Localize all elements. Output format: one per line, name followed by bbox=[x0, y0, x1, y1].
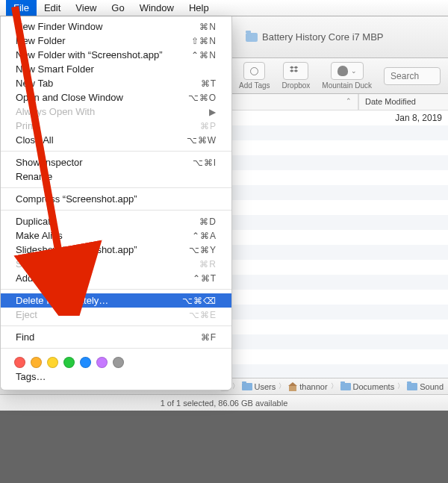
menu-item-shortcut: ⌘D bbox=[199, 216, 217, 227]
menu-item-close-all[interactable]: Close All⌥⌘W bbox=[1, 133, 231, 147]
tag-dot[interactable] bbox=[96, 357, 108, 368]
chevron-right-icon: 〉 bbox=[232, 381, 239, 391]
menu-item-shortcut: ⌥⌘⌫ bbox=[182, 296, 217, 306]
add-tags-label: Add Tags bbox=[239, 81, 270, 90]
menu-separator bbox=[1, 210, 231, 211]
menu-item-shortcut: ⌥⌘E bbox=[189, 310, 217, 320]
path-crumb[interactable]: Documents bbox=[340, 382, 395, 391]
path-crumb[interactable]: Sound bbox=[407, 382, 444, 391]
mountain-duck-label: Mountain Duck bbox=[322, 81, 372, 90]
menu-item-delete-immediately[interactable]: Delete Immediately…⌥⌘⌫ bbox=[1, 293, 231, 308]
menu-item-label: Show Inspector bbox=[16, 157, 193, 168]
chevron-right-icon: 〉 bbox=[331, 381, 337, 391]
menu-window[interactable]: Window bbox=[132, 0, 181, 16]
menu-item-label: Open and Close Window bbox=[16, 92, 188, 103]
tag-color-row bbox=[1, 352, 231, 370]
duck-icon bbox=[337, 66, 348, 76]
status-bar: 1 of 1 selected, 86.06 GB available bbox=[0, 394, 448, 411]
dropbox-icon bbox=[290, 65, 302, 77]
window-title: Battery History Core i7 MBP bbox=[246, 31, 384, 43]
menu-item-show-inspector[interactable]: Show Inspector⌥⌘I bbox=[1, 155, 231, 169]
sort-caret-icon: ⌃ bbox=[346, 97, 352, 105]
dropbox-group: Dropbox bbox=[282, 62, 311, 90]
menu-item-shortcut: ⌘P bbox=[200, 121, 217, 131]
folder-icon bbox=[340, 383, 351, 390]
path-crumb-label: Users bbox=[255, 382, 276, 391]
menu-item-label: New Tab bbox=[16, 78, 201, 89]
menu-item-label: Find bbox=[16, 331, 201, 343]
tag-dot[interactable] bbox=[113, 357, 124, 368]
add-tags-button[interactable] bbox=[243, 62, 265, 80]
menu-item-eject: Eject⌥⌘E bbox=[1, 308, 231, 322]
dropbox-button[interactable] bbox=[283, 62, 308, 80]
menubar: FileEditViewGoWindowHelp bbox=[0, 0, 448, 16]
menu-item-label: Rename bbox=[16, 171, 217, 182]
menu-item-always-open-with: Always Open With▶ bbox=[1, 105, 231, 119]
tag-dot[interactable] bbox=[14, 357, 25, 368]
tag-dot[interactable] bbox=[47, 357, 58, 368]
chevron-down-icon: ⌄ bbox=[351, 67, 357, 75]
menu-item-rename[interactable]: Rename bbox=[1, 169, 231, 184]
menu-item-tags[interactable]: Tags… bbox=[1, 370, 231, 384]
menu-item-shortcut: ⌘T bbox=[201, 78, 217, 89]
menu-item-label: New Folder with “Screenshot.app” bbox=[16, 49, 191, 60]
menu-item-open-and-close-window[interactable]: Open and Close Window⌥⌘O bbox=[1, 90, 231, 105]
menu-item-label: Show Original bbox=[16, 258, 199, 269]
menu-item-label: Always Open With bbox=[16, 106, 209, 117]
menu-item-shortcut: ⌥⌘I bbox=[193, 158, 217, 168]
path-crumb-label: Documents bbox=[353, 382, 395, 391]
search-input[interactable] bbox=[384, 67, 441, 85]
menu-item-label: Duplicate bbox=[16, 216, 199, 227]
home-icon bbox=[288, 382, 297, 391]
menu-edit[interactable]: Edit bbox=[37, 0, 68, 16]
menu-view[interactable]: View bbox=[68, 0, 104, 16]
menu-item-label: Tags… bbox=[16, 371, 217, 382]
menu-separator bbox=[1, 187, 231, 188]
menu-item-label: New Folder bbox=[16, 35, 191, 46]
menu-item-compress-screenshot-app[interactable]: Compress “Screenshot.app” bbox=[1, 192, 231, 206]
tag-dot[interactable] bbox=[63, 357, 75, 368]
folder-icon bbox=[246, 33, 258, 42]
menu-item-shortcut: ⌘R bbox=[199, 259, 217, 269]
folder-icon bbox=[407, 383, 417, 390]
menu-item-shortcut: ⌘N bbox=[199, 22, 217, 32]
folder-icon bbox=[242, 383, 252, 390]
tag-dot[interactable] bbox=[31, 357, 42, 368]
menu-item-slideshow-screenshot-app[interactable]: Slideshow “Screenshot.app”⌥⌘Y bbox=[1, 243, 231, 257]
menu-item-add-to-sidebar[interactable]: Add to Sidebar⌃⌘T bbox=[1, 271, 231, 285]
menu-item-label: Eject bbox=[16, 309, 189, 320]
menu-file[interactable]: File bbox=[6, 0, 37, 16]
menu-item-shortcut: ⌃⌘N bbox=[191, 50, 217, 60]
menu-item-duplicate[interactable]: Duplicate⌘D bbox=[1, 214, 231, 228]
mountain-duck-button[interactable]: ⌄ bbox=[331, 62, 364, 80]
menu-item-new-tab[interactable]: New Tab⌘T bbox=[1, 76, 231, 90]
path-crumb-label: thannor bbox=[299, 382, 327, 391]
tag-circle-icon bbox=[250, 67, 258, 75]
menu-item-shortcut: ⌥⌘W bbox=[187, 135, 217, 146]
path-crumb[interactable]: thannor bbox=[288, 382, 327, 391]
menu-item-new-smart-folder[interactable]: New Smart Folder bbox=[1, 62, 231, 76]
path-crumb[interactable]: Users bbox=[242, 382, 276, 391]
column-header-date[interactable]: Date Modified bbox=[358, 94, 448, 110]
menu-item-shortcut: ⇧⌘N bbox=[191, 36, 217, 46]
mountain-duck-group: ⌄ Mountain Duck bbox=[322, 62, 372, 90]
path-crumb-label: Sound bbox=[420, 382, 444, 391]
menu-item-new-folder[interactable]: New Folder⇧⌘N bbox=[1, 34, 231, 48]
menu-help[interactable]: Help bbox=[181, 0, 217, 16]
chevron-right-icon: 〉 bbox=[397, 381, 404, 391]
file-menu-dropdown: New Finder Window⌘NNew Folder⇧⌘NNew Fold… bbox=[0, 16, 232, 390]
menu-item-find[interactable]: Find⌘F bbox=[1, 330, 231, 344]
tag-dot[interactable] bbox=[80, 357, 91, 368]
menu-item-new-finder-window[interactable]: New Finder Window⌘N bbox=[1, 19, 231, 34]
menu-separator bbox=[1, 151, 231, 152]
menu-item-shortcut: ⌃⌘T bbox=[193, 273, 217, 284]
menu-separator bbox=[1, 289, 231, 290]
file-date: Jan 8, 2019 bbox=[358, 113, 448, 123]
menu-item-shortcut: ⌃⌘A bbox=[192, 231, 217, 241]
menu-go[interactable]: Go bbox=[104, 0, 131, 16]
menu-item-make-alias[interactable]: Make Alias⌃⌘A bbox=[1, 228, 231, 243]
menu-item-new-folder-with-screenshot-app[interactable]: New Folder with “Screenshot.app”⌃⌘N bbox=[1, 48, 231, 62]
menu-item-show-original: Show Original⌘R bbox=[1, 257, 231, 271]
menu-item-print: Print⌘P bbox=[1, 119, 231, 133]
menu-item-label: Print bbox=[16, 120, 200, 131]
